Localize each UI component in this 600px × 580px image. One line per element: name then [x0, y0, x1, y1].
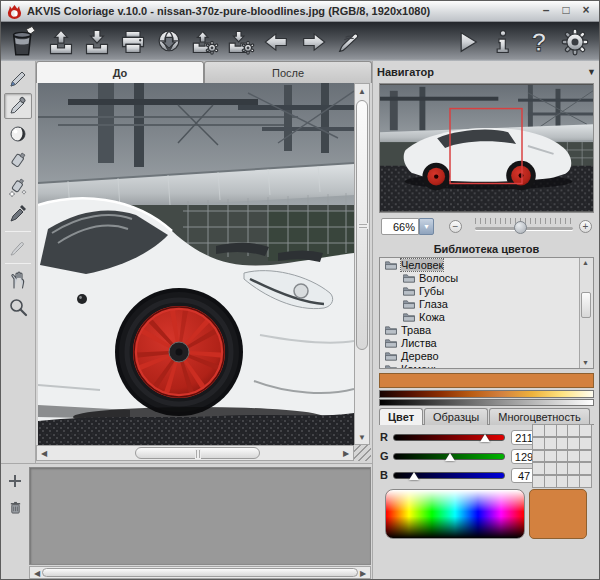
tab-before[interactable]: До: [36, 61, 204, 83]
tab-samples[interactable]: Образцы: [424, 408, 488, 425]
paint-bucket-logo-icon[interactable]: [7, 25, 43, 59]
vertical-scroll-thumb[interactable]: [356, 100, 368, 350]
tab-after[interactable]: После: [204, 61, 372, 83]
close-button[interactable]: ×: [579, 4, 593, 18]
folder-icon: [402, 273, 416, 283]
plus-icon: [8, 474, 22, 488]
export-presets-icon[interactable]: [223, 25, 259, 59]
postprocess-brush-tool-icon[interactable]: [4, 235, 32, 261]
app-logo-icon: [7, 4, 22, 19]
svg-text:?: ?: [531, 28, 547, 56]
window-title: AKVIS Coloriage v.10.0 - nissan-370z-pur…: [27, 5, 539, 17]
scroll-right-icon[interactable]: ▶: [339, 446, 353, 460]
color-range-gradient[interactable]: [379, 390, 594, 398]
selected-color-bar[interactable]: [379, 373, 594, 388]
open-from-web-icon[interactable]: [151, 25, 187, 59]
color-tabs: Цвет Образцы Многоцветность: [379, 408, 594, 425]
pencil-tool-icon[interactable]: [4, 66, 32, 92]
folder-icon: [384, 364, 398, 370]
redo-icon[interactable]: [295, 25, 331, 59]
tab-multicolor[interactable]: Многоцветность: [489, 408, 590, 425]
tree-item[interactable]: Трава: [380, 323, 593, 336]
magic-tube-tool-icon[interactable]: [4, 174, 32, 200]
tree-item[interactable]: Глаза: [380, 297, 593, 310]
strokes-list-area: [29, 467, 371, 565]
color-library-title: Библиотека цветов: [373, 243, 600, 255]
postprocess-brush-icon[interactable]: [331, 25, 367, 59]
run-icon[interactable]: [449, 25, 485, 59]
tree-item[interactable]: Листва: [380, 336, 593, 349]
brightness-gradient[interactable]: [379, 399, 594, 406]
tree-item[interactable]: Человек: [380, 258, 593, 271]
blue-slider-marker[interactable]: [409, 472, 419, 480]
tree-item[interactable]: Кожа: [380, 310, 593, 323]
canvas-vertical-scrollbar[interactable]: ▲ ▼: [354, 83, 370, 445]
folder-icon: [402, 312, 416, 322]
image-canvas[interactable]: [38, 83, 354, 445]
right-panel: Навигатор ▼: [372, 61, 599, 579]
scroll-left-icon[interactable]: ◀: [37, 446, 51, 460]
color-library-tree: Человек Волосы Губы Глаза Кожа Трава: [379, 257, 594, 369]
save-image-icon[interactable]: [79, 25, 115, 59]
current-color-swatch[interactable]: [529, 489, 587, 539]
zoom-tool-icon[interactable]: [4, 294, 32, 320]
delete-stroke-button[interactable]: [6, 498, 24, 516]
tool-column: [1, 61, 36, 463]
navigator-title: Навигатор: [377, 66, 434, 78]
tree-scrollbar[interactable]: ▲ ▼: [579, 258, 593, 368]
folder-icon: [402, 286, 416, 296]
resize-grip[interactable]: [354, 445, 371, 461]
zoom-slider-thumb[interactable]: [514, 221, 527, 234]
folder-icon: [384, 325, 398, 335]
tree-item[interactable]: Волосы: [380, 271, 593, 284]
scroll-down-icon[interactable]: ▼: [579, 357, 592, 368]
open-image-icon[interactable]: [43, 25, 79, 59]
print-icon[interactable]: [115, 25, 151, 59]
info-icon[interactable]: [485, 25, 521, 59]
eyedropper-tool-icon[interactable]: [4, 201, 32, 227]
recent-colors-grid[interactable]: [532, 424, 596, 488]
scroll-up-icon[interactable]: ▲: [355, 84, 369, 98]
tree-item[interactable]: Губы: [380, 284, 593, 297]
hand-tool-icon[interactable]: [4, 267, 32, 293]
navigator-thumbnail[interactable]: [379, 83, 594, 213]
horizontal-scroll-thumb[interactable]: [135, 447, 260, 459]
red-slider-marker[interactable]: [480, 434, 490, 442]
zoom-out-button[interactable]: −: [449, 220, 462, 233]
eraser-tool-icon[interactable]: [4, 121, 32, 147]
zoom-dropdown-button[interactable]: ▼: [419, 218, 434, 235]
scroll-down-icon[interactable]: ▼: [355, 430, 369, 444]
tree-item[interactable]: Дерево: [380, 349, 593, 362]
green-channel-slider[interactable]: [393, 453, 505, 460]
scroll-right-icon[interactable]: ▶: [356, 566, 370, 580]
blue-channel-slider[interactable]: [393, 472, 505, 479]
car-photo: [38, 83, 354, 445]
app-window: AKVIS Coloriage v.10.0 - nissan-370z-pur…: [0, 0, 600, 580]
canvas-horizontal-scrollbar[interactable]: ◀ ▶: [36, 445, 354, 461]
scroll-up-icon[interactable]: ▲: [579, 257, 592, 268]
trash-icon: [9, 501, 22, 514]
tree-item[interactable]: Камень: [380, 362, 593, 369]
red-channel-slider[interactable]: [393, 434, 505, 441]
import-presets-icon[interactable]: [187, 25, 223, 59]
recolor-brush-tool-icon[interactable]: [4, 147, 32, 173]
keep-color-pencil-tool-icon[interactable]: [4, 93, 32, 119]
tab-color[interactable]: Цвет: [379, 408, 423, 425]
color-picker-field[interactable]: [385, 489, 525, 539]
strokes-scroll-thumb[interactable]: [42, 568, 358, 577]
zoom-in-button[interactable]: +: [579, 220, 592, 233]
zoom-value-input[interactable]: 66%: [381, 218, 419, 235]
add-stroke-button[interactable]: [6, 472, 24, 490]
minimize-button[interactable]: –: [539, 4, 553, 18]
folder-icon: [384, 260, 398, 270]
folder-icon: [402, 299, 416, 309]
maximize-button[interactable]: □: [559, 4, 573, 18]
preferences-gear-icon[interactable]: [557, 25, 593, 59]
tree-scroll-thumb[interactable]: [581, 292, 591, 318]
undo-icon[interactable]: [259, 25, 295, 59]
strokes-scrollbar[interactable]: ◀ ▶: [29, 566, 371, 579]
blue-channel-label: B: [380, 469, 388, 481]
collapse-navigator-icon[interactable]: ▼: [587, 67, 596, 77]
help-icon[interactable]: ?: [521, 25, 557, 59]
green-slider-marker[interactable]: [445, 453, 455, 461]
